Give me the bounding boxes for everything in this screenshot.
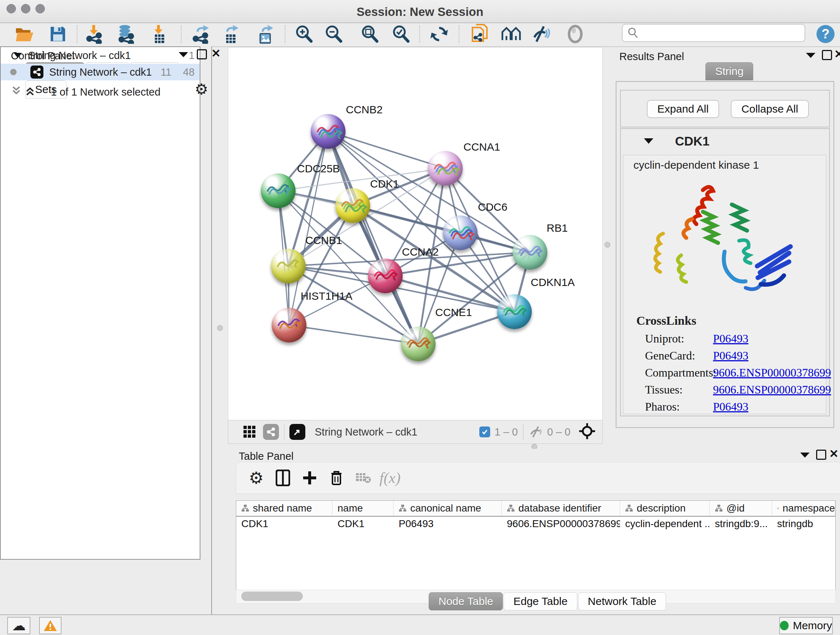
results-panel-close-icon[interactable]: ✕: [834, 49, 840, 60]
import-table-button[interactable]: [149, 24, 169, 44]
open-session-button[interactable]: [14, 24, 35, 44]
hide-selected-button[interactable]: [531, 24, 551, 44]
save-session-button[interactable]: [48, 24, 68, 44]
network-view-canvas[interactable]: CCNB2CCNA1CDC25BCDK1CDC6RB1CCNB1CCNA2CDK…: [228, 47, 603, 421]
collection-count: 1: [189, 50, 195, 62]
expand-all-button[interactable]: Expand All: [647, 100, 719, 118]
warnings-button[interactable]: [39, 617, 62, 634]
export-image-button[interactable]: [255, 24, 275, 44]
table-cell[interactable]: P06493: [393, 518, 502, 530]
zoom-out-button[interactable]: [324, 24, 344, 44]
table-cell[interactable]: cyclin-dependent ...: [620, 518, 710, 530]
open-in-window-icon[interactable]: [289, 424, 305, 440]
left-splitter-handle[interactable]: [217, 325, 223, 331]
network-node-CCNA2[interactable]: [368, 258, 403, 293]
entry-collapse-icon[interactable]: [644, 138, 653, 144]
table-cell[interactable]: stringdb:9...: [710, 518, 772, 530]
selected-items-checkbox[interactable]: [479, 426, 490, 437]
table-panel-float-icon[interactable]: [816, 450, 826, 460]
network-node-CDC25B[interactable]: [261, 173, 295, 208]
network-options-gear-icon[interactable]: ⚙: [195, 82, 208, 97]
tab-node-table[interactable]: Node Table: [429, 592, 503, 610]
tab-string[interactable]: String: [706, 62, 753, 80]
network-node-CCNE1[interactable]: [401, 326, 436, 361]
network-collection-row[interactable]: String Network – cdk1 1: [1, 47, 200, 64]
zoom-fit-button[interactable]: [360, 24, 380, 44]
network-overview-share-icon[interactable]: [263, 424, 279, 440]
table-cell[interactable]: CDK1: [236, 518, 332, 530]
crosslink-link[interactable]: P06493: [713, 349, 748, 363]
zoom-selected-button[interactable]: [391, 24, 411, 44]
network-node-RB1[interactable]: [513, 235, 547, 270]
network-node-CCNB1[interactable]: [271, 249, 306, 283]
table-cell[interactable]: stringdb: [772, 518, 835, 530]
protein-ribbon-thumb: [428, 151, 463, 186]
show-all-button[interactable]: [565, 24, 585, 44]
table-cell[interactable]: 9606.ENSP00000378699: [502, 518, 620, 530]
node-label-CDKN1A: CDKN1A: [531, 276, 575, 288]
delete-column-icon[interactable]: [323, 465, 350, 491]
create-column-icon[interactable]: [296, 465, 323, 491]
cloud-status-button[interactable]: ☁: [7, 617, 30, 634]
column-header-canonical-name[interactable]: canonical name: [393, 501, 502, 516]
crosslink-row: Compartments:9606.ENSP00000378699: [623, 366, 826, 383]
network-node-CCNB2[interactable]: [311, 114, 346, 149]
crosslink-link[interactable]: P06493: [713, 332, 748, 345]
results-panel-float-icon[interactable]: [822, 50, 832, 60]
search-input[interactable]: [642, 25, 805, 41]
node-label-HIST1H1A: HIST1H1A: [301, 290, 352, 302]
column-header--id[interactable]: @id: [710, 501, 772, 516]
column-header-description[interactable]: description: [620, 501, 710, 516]
column-header-shared-name[interactable]: shared name: [236, 501, 332, 516]
network-bar-separator: [284, 424, 284, 440]
zoom-in-button[interactable]: [294, 24, 314, 44]
export-table-button[interactable]: [220, 24, 240, 44]
protein-ribbon-thumb: [311, 114, 346, 149]
network-node-CCNA1[interactable]: [428, 151, 463, 186]
collection-expand-icon[interactable]: [14, 53, 22, 58]
tab-network-table[interactable]: Network Table: [578, 592, 666, 610]
fit-selected-crosshair-icon[interactable]: [579, 423, 595, 440]
import-network-button[interactable]: [84, 24, 104, 44]
birds-eye-view-icon[interactable]: [236, 419, 263, 445]
table-cell[interactable]: CDK1: [332, 518, 393, 530]
column-header-database-identifier[interactable]: database identifier: [502, 501, 620, 516]
help-button[interactable]: ?: [815, 24, 836, 44]
protein-structure-image: [649, 176, 801, 313]
table-options-gear-icon[interactable]: ⚙: [243, 465, 270, 491]
apply-layout-button[interactable]: [429, 24, 449, 44]
crosslink-link[interactable]: 9606.ENSP00000378699: [713, 383, 831, 396]
column-header-namespace[interactable]: namespace: [772, 501, 835, 516]
export-network-button[interactable]: [190, 24, 210, 44]
memory-button[interactable]: Memory: [779, 617, 833, 634]
results-panel-menu-icon[interactable]: [806, 53, 815, 58]
crosslink-link[interactable]: 9606.ENSP00000378699: [713, 366, 831, 379]
crosslink-row: Tissues:9606.ENSP00000378699: [623, 383, 826, 400]
show-columns-icon[interactable]: [270, 465, 296, 491]
table-panel-close-icon[interactable]: ✕: [829, 448, 838, 459]
import-network-from-database-button[interactable]: [115, 24, 135, 44]
right-splitter-handle[interactable]: [605, 242, 610, 248]
column-header-name[interactable]: name: [332, 501, 393, 516]
control-panel: Control Panel ✕ NetworkStyleSelectSets 1…: [0, 46, 212, 614]
collapse-all-button[interactable]: Collapse All: [731, 100, 809, 118]
crosslink-link[interactable]: P06493: [713, 400, 748, 413]
scrollbar-thumb[interactable]: [241, 592, 303, 601]
network-node-CDKN1A[interactable]: [497, 295, 532, 329]
network-node-CDK1[interactable]: [335, 188, 370, 223]
network-node-HIST1H1A[interactable]: [272, 308, 306, 342]
table-panel-menu-icon[interactable]: [800, 453, 810, 458]
network-nodes-layer: CCNB2CCNA1CDC25BCDK1CDC6RB1CCNB1CCNA2CDK…: [228, 48, 602, 420]
table-tabs: Node TableEdge TableNetwork Table: [429, 592, 667, 610]
control-panel-close-icon[interactable]: ✕: [211, 48, 221, 59]
first-neighbors-button[interactable]: [501, 24, 521, 44]
table-row[interactable]: CDK1CDK1P064939606.ENSP00000378699cyclin…: [236, 516, 835, 531]
crosslinks-heading: CrossLinks: [636, 314, 696, 328]
crosslink-label: Tissues:: [645, 383, 683, 396]
node-label-CCNA1: CCNA1: [463, 141, 500, 153]
network-row-selected[interactable]: String Network – cdk1 11 48: [1, 64, 200, 80]
network-node-CDC6[interactable]: [443, 215, 477, 250]
clone-network-button[interactable]: [470, 24, 490, 44]
tab-edge-table[interactable]: Edge Table: [504, 592, 577, 610]
collection-label: String Network – cdk1: [28, 50, 131, 62]
